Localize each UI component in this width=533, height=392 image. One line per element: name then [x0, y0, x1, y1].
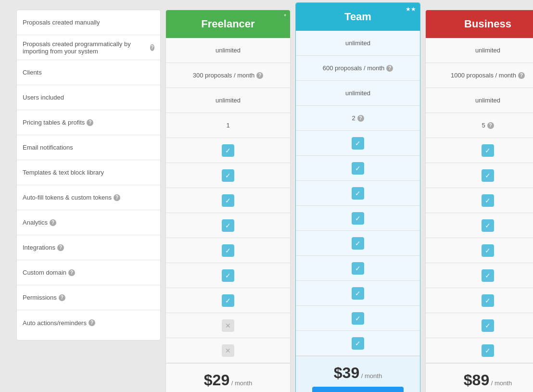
plan-cell-team-11: ✓	[296, 306, 420, 331]
plan-cell-business-11: ✓	[426, 313, 533, 338]
help-icon[interactable]: ?	[68, 269, 75, 276]
check-icon: ✓	[352, 162, 364, 175]
plan-cell-business-6: ✓	[426, 188, 533, 213]
feature-label-10: Custom domain ?	[17, 260, 160, 285]
plan-col-freelancer: Freelancer*unlimited300 proposals / mont…	[165, 10, 291, 392]
check-icon: ✓	[222, 194, 234, 207]
plan-cell-team-6: ✓	[296, 181, 420, 206]
check-icon: ✓	[482, 344, 494, 357]
star-badge-freelancer: *	[284, 13, 286, 20]
plan-price-business: $89 / month	[431, 371, 533, 389]
plan-footer-business: $89 / monthTRY NOW	[426, 363, 533, 392]
check-icon: ✓	[222, 294, 234, 307]
check-icon: ✓	[222, 169, 234, 182]
plan-cell-team-10: ✓	[296, 281, 420, 306]
feature-label-9: Integrations ?	[17, 235, 160, 260]
pricing-table: Proposals created manuallyProposals crea…	[7, 0, 526, 392]
check-icon: ✓	[482, 244, 494, 257]
plan-cell-freelancer-0: unlimited	[166, 38, 290, 63]
feature-label-1: Proposals created programmatically by im…	[17, 35, 160, 60]
feature-label-11: Permissions ?	[17, 285, 160, 310]
plan-cell-business-7: ✓	[426, 213, 533, 238]
feature-label-2: Clients	[17, 60, 160, 85]
plan-cell-freelancer-12: ✕	[166, 338, 290, 363]
plan-cell-team-3: 2 ?	[296, 106, 420, 131]
check-icon: ✓	[482, 219, 494, 232]
plan-cell-freelancer-5: ✓	[166, 163, 290, 188]
check-icon: ✓	[352, 312, 364, 325]
star-badge-team: ★★	[406, 6, 416, 13]
plan-cell-business-12: ✓	[426, 338, 533, 363]
check-icon: ✓	[352, 187, 364, 200]
check-icon: ✓	[482, 269, 494, 282]
plan-cell-team-8: ✓	[296, 231, 420, 256]
check-icon: ✓	[482, 169, 494, 182]
help-icon[interactable]: ?	[256, 72, 263, 79]
help-icon[interactable]: ?	[87, 119, 93, 126]
plan-cell-team-7: ✓	[296, 206, 420, 231]
plan-cell-team-0: unlimited	[296, 31, 420, 56]
check-icon: ✓	[222, 269, 234, 282]
check-icon: ✓	[482, 319, 494, 332]
help-icon[interactable]: ?	[357, 115, 364, 122]
plan-price-freelancer: $29 / month	[171, 371, 285, 389]
try-now-button-team[interactable]: TRY NOW	[312, 387, 404, 392]
check-icon: ✓	[482, 144, 494, 157]
help-icon[interactable]: ?	[50, 219, 56, 226]
plan-cell-business-8: ✓	[426, 238, 533, 263]
feature-label-7: Auto-fill tokens & custom tokens ?	[17, 185, 160, 210]
plan-cell-business-4: ✓	[426, 138, 533, 163]
plan-cell-business-0: unlimited	[426, 38, 533, 63]
check-icon: ✓	[222, 244, 234, 257]
plan-header-team: Team★★	[296, 3, 420, 31]
feature-label-4: Pricing tables & profits ?	[17, 110, 160, 135]
plan-cell-business-3: 5 ?	[426, 113, 533, 138]
plan-header-business: Business★★	[426, 10, 533, 38]
cross-icon: ✕	[222, 344, 234, 357]
check-icon: ✓	[222, 144, 234, 157]
plan-cell-business-9: ✓	[426, 263, 533, 288]
plan-cell-freelancer-11: ✕	[166, 313, 290, 338]
plan-col-business: Business★★unlimited1000 proposals / mont…	[425, 10, 533, 392]
plan-cell-team-1: 600 proposals / month ?	[296, 56, 420, 81]
plan-name-business: Business	[431, 18, 533, 30]
help-icon[interactable]: ?	[518, 72, 525, 79]
help-icon[interactable]: ?	[386, 65, 393, 72]
plan-footer-freelancer: $29 / monthTRY NOW	[166, 363, 290, 392]
feature-label-0: Proposals created manually	[17, 10, 160, 35]
check-icon: ✓	[482, 294, 494, 307]
plan-price-team: $39 / month	[301, 364, 415, 382]
plan-cell-freelancer-3: 1	[166, 113, 290, 138]
feature-label-5: Email notifications	[17, 135, 160, 160]
check-icon: ✓	[352, 262, 364, 275]
plan-cell-freelancer-6: ✓	[166, 188, 290, 213]
help-icon[interactable]: ?	[59, 294, 65, 301]
cross-icon: ✕	[222, 319, 234, 332]
check-icon: ✓	[222, 219, 234, 232]
plan-cell-team-12: ✓	[296, 331, 420, 356]
help-icon[interactable]: ?	[487, 122, 494, 129]
plan-cell-business-2: unlimited	[426, 88, 533, 113]
plan-cell-freelancer-10: ✓	[166, 288, 290, 313]
plan-cell-freelancer-2: unlimited	[166, 88, 290, 113]
plan-cell-freelancer-1: 300 proposals / month ?	[166, 63, 290, 88]
plan-cell-team-4: ✓	[296, 131, 420, 156]
check-icon: ✓	[352, 237, 364, 250]
help-icon[interactable]: ?	[89, 319, 95, 326]
feature-label-3: Users included	[17, 85, 160, 110]
plan-header-freelancer: Freelancer*	[166, 10, 290, 38]
help-icon[interactable]: ?	[57, 244, 64, 251]
plan-cell-freelancer-8: ✓	[166, 238, 290, 263]
feature-label-6: Templates & text block library	[17, 160, 160, 185]
plan-name-team: Team	[301, 11, 415, 23]
plan-cell-business-1: 1000 proposals / month ?	[426, 63, 533, 88]
plan-cell-freelancer-9: ✓	[166, 263, 290, 288]
check-icon: ✓	[352, 337, 364, 350]
plan-name-freelancer: Freelancer	[171, 18, 285, 30]
feature-label-12: Auto actions/reminders ?	[17, 310, 160, 335]
help-icon[interactable]: ?	[114, 194, 120, 201]
plan-cell-business-10: ✓	[426, 288, 533, 313]
help-icon[interactable]: ?	[150, 44, 154, 51]
plan-col-team: Team★★unlimited600 proposals / month ?un…	[295, 2, 420, 392]
plan-cell-freelancer-4: ✓	[166, 138, 290, 163]
